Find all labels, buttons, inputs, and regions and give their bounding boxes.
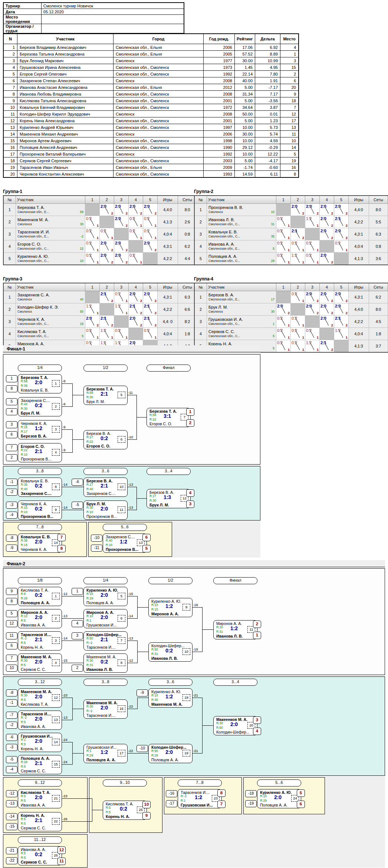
player-subrow: Смоленская обл., С...1 [208,322,274,326]
match-box: Грушковская И...R:11:2R:29Половцев А. А.… [83,744,128,763]
slash-divider [133,254,138,263]
participant-name: Березов Владимир Александрович [17,44,114,51]
connector-line [61,429,73,430]
match-box: Колодин-Шефер...R:502:0R:29Половцев А. А… [148,744,193,763]
slash-divider [324,341,329,350]
match-number: 6 [118,615,125,622]
place-badge: 12 [57,847,66,854]
rating: 22.14 [235,71,255,77]
delta: 4.59 [255,137,280,144]
place-badge: 1 [186,408,194,416]
self-cell [129,240,143,253]
points-earned: 1 [97,260,99,264]
connector-line [61,798,92,799]
player-subrow: Смоленская обл., С...15 [17,322,83,326]
player-city: Смоленская обл., С... [17,322,49,326]
slash-divider [118,205,123,214]
slash-divider [118,254,123,263]
result-cell: 1:21 [305,216,320,228]
row-number: 4 [194,240,207,253]
round-pill: 3...6 [83,468,128,475]
match-box: Куриленко А. Ю.R:102:0R:29Половцев А. А.… [83,587,128,606]
player-cell: Макеенков М. А.Смоленск30 [16,216,85,228]
points-earned: 1 [302,335,304,339]
player-cell: Березов В. А.Смоленская обл., Е...17 [207,291,276,303]
points-earned: 1 [288,248,290,252]
result-cell: 2:02 [320,228,334,240]
place-badge: 10 [142,801,151,808]
column-header: 1 [276,283,291,291]
points-earned: 2 [331,347,333,352]
player-rating: R:50 [86,636,93,640]
points-earned: 2 [346,299,348,303]
connector-line [202,725,214,726]
player-rating: R:10 [151,608,158,611]
match-number: 5 [118,593,125,599]
player-subrow: Смоленская обл., С...22 [17,247,83,251]
connector-line [61,406,73,407]
rating: 29.12 [235,144,255,151]
result-cell: 2:12 [320,340,334,353]
player-rating: 10 [79,259,83,263]
points-earned: 1 [97,311,99,315]
participant-row: 14Макеенков Михаил АндреевичСмоленск2006… [3,131,299,137]
player-city: Смоленская обл., Е... [208,297,240,302]
player-name: Половцев А. А. [86,601,126,605]
player-rating: R:-2 [181,794,187,798]
group-body: 1Березов В. А.Смоленская обл., Е...170:2… [194,291,388,353]
connector-line [127,395,137,395]
delta: 6.11 [255,171,280,178]
slash-divider [133,292,138,301]
participants-table: NУчастникГородГод рожд.РейтингДельтаМест… [3,33,299,178]
player-rating: R:5 [21,742,26,746]
round-pill: Финал [213,577,257,584]
group-title: Группа-1 [3,189,193,194]
connector-line [127,439,137,440]
player-cell: Серяков С. С.Смоленская обл., С...5 [207,328,276,340]
place-badge: 4 [186,489,194,497]
slash-divider [133,305,138,313]
seed-box: -8 [6,535,17,542]
participant-row: 16Половцев Алексей АндреевичСмоленская о… [3,144,299,151]
group-body: 1Захаренков С. А.Смоленск402:120:212:022… [3,291,221,353]
player-rating: 15 [79,322,83,326]
self-cell [305,316,320,328]
result-cell: 0:21 [85,228,100,240]
player-city: Смоленская обл., С... [17,247,49,251]
player-rating: R:31 [86,663,93,667]
slash-divider [89,329,94,338]
player-rating: R:30 [21,659,27,662]
player-cell: Грушковская И. А.Смоленская обл., С...1 [207,316,276,328]
row-number: 2 [194,303,207,316]
player-name: Иванова Л. В. [86,667,126,672]
connector-line [92,810,103,810]
slash-divider [295,317,300,326]
delta-label: -12 [128,658,133,662]
points-earned: 2 [331,260,333,264]
participant-name: Захаренков Степан Алексеевич [17,77,114,84]
result-cell: 0:21 [143,216,158,228]
player-name: Иванова Л. В. [151,656,191,661]
player-city: Смоленская обл., С... [208,235,240,239]
column-header: Год рожд. [204,34,235,44]
group-head: №Участник12345ИгрыСетыО.М. [194,196,388,204]
row-number: 1 [194,291,207,303]
player-rating: R:5 [106,810,111,814]
participant-row: 19Тарасенков Иван ИванычСмоленская обл.,… [3,164,299,171]
match-score: 2:1 [28,448,49,454]
participant-name: Брук Леонид Маркович [17,57,114,64]
player-name: Березов В. А. [208,293,274,297]
result-cell: 1:21 [85,303,100,316]
player-rating: R:5 [21,720,26,724]
birth-year: 1992 [204,151,235,157]
self-cell [100,216,114,228]
participant-name: Иванова Любовь Владимировна [17,91,114,97]
player-rating: R:5 [21,619,26,622]
player-rating: R:29 [260,799,267,802]
info-table: ТурнирСмоленск турнир НовичокДата05.12.2… [3,2,184,34]
player-rating: R:30 [149,499,156,502]
player-rating: R:22 [86,440,93,443]
match-number: 12 [52,694,60,701]
result-cell: 0:21 [129,216,143,228]
points-earned: 2 [331,236,333,240]
